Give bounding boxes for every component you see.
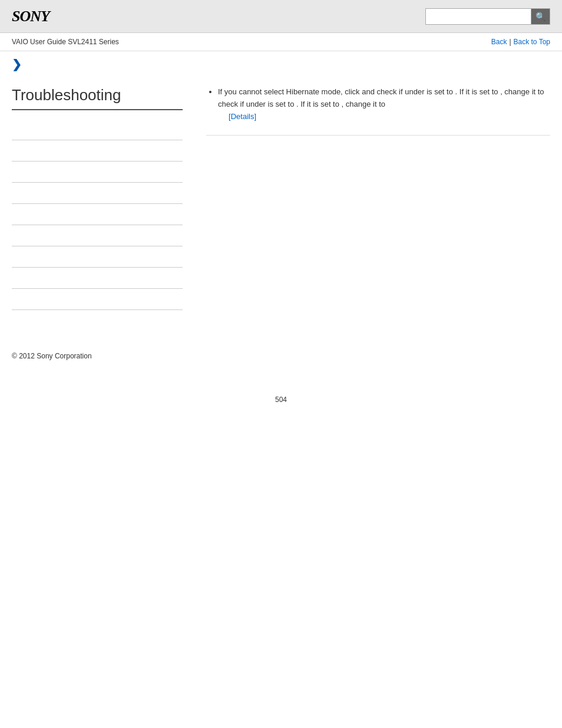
page-number: 504 bbox=[0, 396, 562, 416]
content-text-5: . If it is set to bbox=[455, 87, 498, 96]
content-text-3: under bbox=[405, 87, 424, 96]
content-text-change: , change it to bbox=[342, 100, 385, 108]
sidebar: Troubleshooting bbox=[12, 86, 194, 310]
main-content: Troubleshooting If you cannot select Hib… bbox=[0, 74, 562, 322]
list-item: If you cannot select Hibernate mode, cli… bbox=[218, 86, 550, 123]
sidebar-item-4[interactable] bbox=[12, 183, 183, 204]
sidebar-item-3[interactable] bbox=[12, 162, 183, 183]
sidebar-item-8[interactable] bbox=[12, 268, 183, 289]
sidebar-item-6[interactable] bbox=[12, 225, 183, 246]
sidebar-item-2[interactable] bbox=[12, 140, 183, 162]
sidebar-item-1[interactable] bbox=[12, 119, 183, 140]
sidebar-title: Troubleshooting bbox=[12, 86, 183, 110]
search-input[interactable] bbox=[425, 8, 531, 25]
sony-logo: SONY bbox=[12, 8, 49, 25]
content-item-1: If you cannot select Hibernate mode, cli… bbox=[206, 86, 550, 136]
content-area: If you cannot select Hibernate mode, cli… bbox=[194, 86, 550, 310]
back-link[interactable]: Back bbox=[491, 38, 507, 46]
content-text-under: under bbox=[246, 100, 266, 108]
chevron-right-icon[interactable]: ❯ bbox=[12, 58, 22, 71]
back-to-top-link[interactable]: Back to Top bbox=[514, 38, 550, 46]
search-button[interactable]: 🔍 bbox=[531, 8, 550, 25]
content-text-if-set: . If it is set to bbox=[296, 100, 339, 108]
guide-title: VAIO User Guide SVL2411 Series bbox=[12, 38, 119, 46]
content-text-check: check if bbox=[218, 100, 244, 108]
sidebar-item-7[interactable] bbox=[12, 246, 183, 268]
content-text-1: If you cannot select Hibernate mode, cli… bbox=[218, 87, 360, 96]
content-text-4: is set to bbox=[427, 87, 453, 96]
copyright-text: © 2012 Sony Corporation bbox=[12, 352, 92, 360]
search-area: 🔍 bbox=[425, 8, 550, 25]
sidebar-item-5[interactable] bbox=[12, 204, 183, 225]
nav-separator: | bbox=[509, 38, 511, 46]
nav-bar: VAIO User Guide SVL2411 Series Back | Ba… bbox=[0, 33, 562, 51]
content-text-is-set: is set to bbox=[268, 100, 295, 108]
content-text-2: and check if bbox=[362, 87, 402, 96]
breadcrumb-chevron-row: ❯ bbox=[0, 51, 562, 74]
footer: © 2012 Sony Corporation bbox=[0, 340, 562, 372]
search-icon: 🔍 bbox=[535, 12, 546, 21]
details-link[interactable]: [Details] bbox=[229, 112, 256, 121]
content-text-6: , change it to bbox=[500, 87, 544, 96]
sidebar-item-9[interactable] bbox=[12, 289, 183, 310]
page-header: SONY 🔍 bbox=[0, 0, 562, 33]
nav-links: Back | Back to Top bbox=[491, 38, 550, 46]
